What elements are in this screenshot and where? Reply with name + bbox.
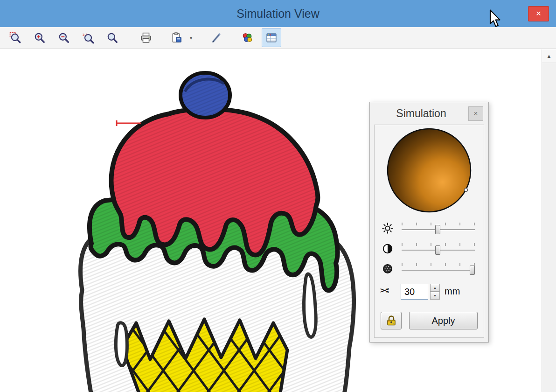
brightness-slider-row — [375, 220, 484, 237]
panel-buttons-row: Apply — [375, 312, 484, 331]
window-title: Simulation View — [0, 0, 556, 27]
copy-to-clipboard-button[interactable] — [167, 28, 187, 47]
window-close-button[interactable]: × — [528, 6, 549, 21]
white-drip-left — [116, 323, 127, 366]
chevron-down-icon: ▾ — [190, 35, 192, 41]
white-drip-right — [304, 274, 316, 337]
zoom-overview-button[interactable] — [103, 28, 122, 47]
texture-slider-thumb[interactable] — [470, 266, 475, 275]
zoom-out-button[interactable] — [54, 28, 74, 47]
contrast-slider-row — [375, 240, 484, 257]
zoom-overview-icon — [106, 32, 118, 44]
scissors-icon: ✂ — [379, 284, 389, 298]
zoom-to-selection-icon — [9, 32, 21, 44]
apply-button[interactable]: Apply — [409, 312, 478, 329]
stitch-length-input[interactable] — [401, 284, 428, 300]
thread-colors-icon — [241, 32, 253, 44]
contrast-icon — [382, 243, 394, 255]
copy-dropdown-button[interactable]: ▾ — [187, 28, 195, 47]
zoom-to-selection-button[interactable] — [6, 28, 25, 47]
padlock-icon — [386, 315, 397, 326]
print-icon — [140, 32, 152, 44]
spinner-down-button[interactable]: ▼ — [430, 292, 440, 300]
brightness-slider-thumb[interactable] — [435, 225, 440, 234]
title-bar: Simulation View × — [0, 0, 556, 28]
stitch-length-row: ✂ ▲ ▼ mm — [375, 282, 484, 303]
copy-to-clipboard-icon — [171, 32, 183, 44]
stitch-length-unit: mm — [445, 286, 460, 297]
simulation-panel: Simulation × — [369, 102, 489, 343]
simulation-properties-button[interactable] — [262, 28, 281, 47]
contrast-slider-thumb[interactable] — [435, 245, 440, 255]
texture-slider-track[interactable] — [402, 270, 475, 271]
zoom-in-icon — [34, 32, 46, 44]
thread-colors-button[interactable] — [237, 28, 257, 47]
slider-ticks — [402, 263, 475, 266]
print-button[interactable] — [136, 28, 156, 47]
zoom-out-icon — [58, 32, 70, 44]
mouse-cursor — [488, 9, 503, 28]
stitch-pen-button[interactable] — [207, 28, 226, 47]
scroll-up-button[interactable]: ▲ — [542, 49, 556, 63]
simulation-view-window: Simulation View × — [0, 0, 556, 392]
light-position-handle[interactable] — [465, 189, 468, 192]
texture-slider-row — [375, 260, 484, 277]
simulation-properties-icon — [265, 32, 278, 44]
zoom-1to1-icon: 1:1 — [82, 32, 94, 44]
brightness-icon — [382, 222, 394, 234]
zoom-1to1-button[interactable]: 1:1 — [78, 28, 98, 47]
vertical-scrollbar[interactable]: ▲ — [542, 49, 556, 392]
scroll-up-icon: ▲ — [547, 53, 552, 59]
thread-preview-sphere[interactable] — [386, 127, 472, 213]
panel-body: ✂ ▲ ▼ mm A — [374, 125, 484, 338]
panel-close-button[interactable]: × — [468, 106, 483, 121]
texture-icon — [382, 263, 394, 275]
lock-button[interactable] — [381, 312, 402, 329]
toolbar: 1:1 — [0, 27, 556, 49]
stitch-pen-icon — [210, 32, 222, 44]
stitch-length-spinner: ▲ ▼ — [430, 284, 440, 300]
spinner-up-button[interactable]: ▲ — [430, 284, 440, 292]
zoom-in-button[interactable] — [30, 28, 49, 47]
